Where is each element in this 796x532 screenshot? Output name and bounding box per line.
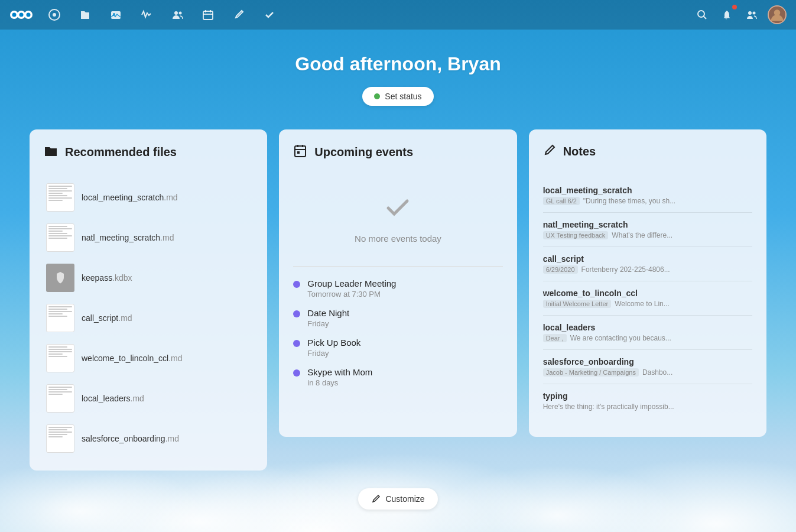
file-thumb-salesforce [46,424,74,453]
recommended-files-title: Recommended files [65,145,177,159]
nav-contacts[interactable] [168,5,187,24]
event-dot [293,340,300,347]
note-title: natl_meeting_scratch [543,220,752,229]
recommended-files-header: Recommended files [44,144,253,166]
note-tag: UX Testing feedback [543,231,609,239]
upcoming-events-header: Upcoming events [293,144,502,166]
note-preview: Initial Welcome Letter Welcome to Lin... [543,300,752,308]
svg-point-10 [174,11,178,15]
event-list: Group Leader Meeting Tomorrow at 7:30 PM… [293,278,502,387]
customize-label: Customize [385,494,424,504]
event-item[interactable]: Pick Up Book Friday [293,338,502,358]
file-thumb-welcome [46,344,74,372]
note-preview: Here's the thing: it's practically impos… [543,403,752,411]
file-list: local_meeting_scratch.md natl_meeting_sc… [44,180,253,456]
file-name: local_meeting_scratch.md [82,193,178,202]
greeting: Good afternoon, Bryan [295,53,501,75]
note-item[interactable]: typing Here's the thing: it's practicall… [543,384,752,418]
events-divider [293,266,502,267]
svg-rect-22 [295,146,306,157]
navbar [0,0,796,30]
notes-card: Notes local_meeting_scratch GL call 6/2 … [529,129,766,437]
event-time: in 8 days [307,378,372,387]
pencil-icon [543,144,556,160]
note-item[interactable]: local_meeting_scratch GL call 6/2 "Durin… [543,179,752,213]
event-dot [293,310,300,317]
note-item[interactable]: welcome_to_lincoln_ccl Initial Welcome L… [543,281,752,316]
svg-point-16 [698,11,704,17]
file-item[interactable]: salesforce_onboarding.md [44,421,253,456]
event-info: Group Leader Meeting Tomorrow at 7:30 PM [307,278,396,299]
file-item[interactable]: natl_meeting_scratch.md [44,220,253,255]
note-tag: Jacob - Marketing / Campaigns [543,368,639,377]
search-icon[interactable] [693,6,711,24]
file-item[interactable]: call_script.md [44,300,253,336]
upcoming-events-title: Upcoming events [314,145,413,159]
no-events-text: No more events today [355,233,441,244]
nav-dashboard[interactable] [45,5,64,24]
note-item[interactable]: local_leaders Dear , We are contacting y… [543,316,752,350]
nav-photos[interactable] [106,5,125,24]
status-dot [374,93,380,99]
file-name: welcome_to_lincoln_ccl.md [82,353,182,363]
svg-point-3 [20,13,24,17]
upcoming-events-card: Upcoming events No more events today Gro… [279,129,516,437]
svg-point-19 [753,12,756,15]
note-item[interactable]: call_script 6/29/2020 Fortenberry 202-22… [543,247,752,281]
event-item[interactable]: Skype with Mom in 8 days [293,367,502,387]
event-dot [293,369,300,377]
svg-point-18 [748,11,752,15]
note-excerpt: "During these times, you sh... [583,197,675,205]
notification-badge [732,5,737,9]
calendar-icon [293,144,307,161]
customize-button[interactable]: Customize [358,488,437,510]
note-excerpt: What's the differe... [612,231,672,239]
notes-list: local_meeting_scratch GL call 6/2 "Durin… [543,179,752,418]
note-item[interactable]: natl_meeting_scratch UX Testing feedback… [543,213,752,247]
nav-activity[interactable] [137,5,156,24]
svg-line-17 [704,17,707,20]
file-name: salesforce_onboarding.md [82,434,179,443]
file-thumb-keepass [46,264,74,292]
event-info: Date Night Friday [307,308,349,328]
event-dot [293,281,300,288]
file-item[interactable]: welcome_to_lincoln_ccl.md [44,340,253,376]
file-item[interactable]: keepass.kdbx [44,260,253,296]
note-preview: Jacob - Marketing / Campaigns Dashbo... [543,368,752,377]
note-title: salesforce_onboarding [543,357,752,366]
event-item[interactable]: Date Night Friday [293,308,502,328]
note-excerpt: Dashbo... [642,368,672,377]
notes-title: Notes [563,145,596,158]
nav-calendar[interactable] [199,5,217,24]
nav-files[interactable] [76,5,95,24]
file-thumb-local-leaders [46,384,74,413]
note-excerpt: Welcome to Lin... [615,300,669,308]
note-excerpt: We are contacting you becaus... [570,334,671,342]
note-preview: UX Testing feedback What's the differe..… [543,231,752,239]
nav-tasks[interactable] [260,5,279,24]
nextcloud-logo[interactable] [9,7,33,22]
event-time: Friday [307,319,349,328]
notifications-icon[interactable] [718,6,736,24]
file-thumb-local-meeting [46,183,74,212]
file-name: keepass.kdbx [82,273,132,283]
file-item[interactable]: local_meeting_scratch.md [44,180,253,215]
file-name: natl_meeting_scratch.md [82,233,174,242]
set-status-button[interactable]: Set status [362,87,433,106]
note-preview: 6/29/2020 Fortenberry 202-225-4806... [543,265,752,274]
event-item[interactable]: Group Leader Meeting Tomorrow at 7:30 PM [293,278,502,299]
main-content: Good afternoon, Bryan Set status Recomme… [0,30,796,510]
file-name: call_script.md [82,313,132,323]
file-item[interactable]: local_leaders.md [44,381,253,416]
nav-notes[interactable] [229,5,248,24]
file-name: local_leaders.md [82,394,144,403]
cards-container: Recommended files local_meeting_scratch.… [0,129,796,471]
navbar-left [9,5,279,24]
note-item[interactable]: salesforce_onboarding Jacob - Marketing … [543,350,752,384]
svg-point-5 [27,13,31,17]
event-title: Group Leader Meeting [307,278,396,288]
notes-header: Notes [543,144,752,164]
avatar[interactable] [768,5,787,24]
note-title: welcome_to_lincoln_ccl [543,288,752,298]
contacts-menu-icon[interactable] [743,6,761,24]
